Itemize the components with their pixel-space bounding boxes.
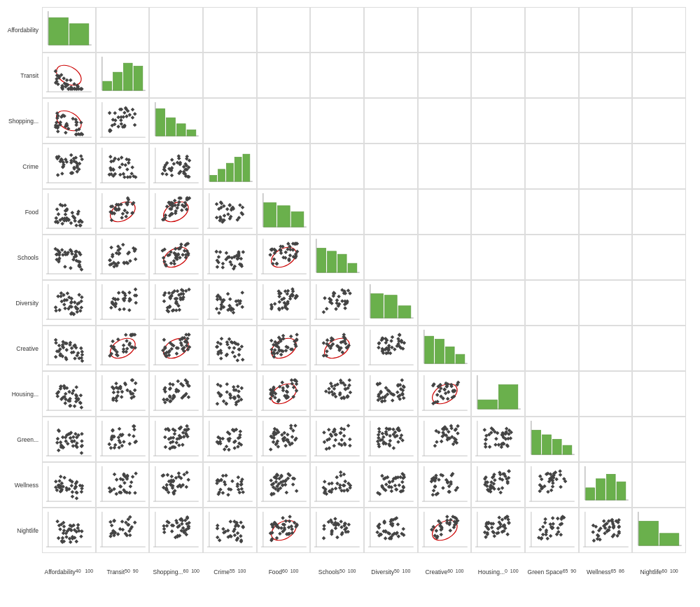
svg-rect-1727 xyxy=(130,480,134,484)
svg-rect-874 xyxy=(121,350,125,354)
cell-6-11 xyxy=(632,280,686,326)
svg-rect-764 xyxy=(286,289,290,293)
svg-rect-28 xyxy=(69,78,73,83)
svg-rect-970 xyxy=(284,349,288,353)
svg-rect-857 xyxy=(124,333,128,337)
svg-rect-1423 xyxy=(108,446,113,450)
svg-rect-977 xyxy=(289,335,293,339)
svg-rect-1134 xyxy=(111,391,115,395)
svg-rect-2110 xyxy=(133,521,137,525)
svg-rect-835 xyxy=(80,359,85,363)
cell-4-1 xyxy=(96,189,150,235)
svg-rect-1129 xyxy=(115,390,120,394)
svg-rect-2190 xyxy=(278,531,282,536)
cell-0-4 xyxy=(257,7,311,53)
svg-rect-1776 xyxy=(177,471,181,475)
svg-rect-1421 xyxy=(120,444,124,448)
svg-rect-2215 xyxy=(288,515,292,519)
svg-rect-251 xyxy=(55,216,59,221)
svg-rect-1066 xyxy=(456,354,465,363)
svg-rect-966 xyxy=(281,334,285,338)
svg-rect-1682 xyxy=(542,435,552,454)
svg-rect-250 xyxy=(74,223,78,228)
svg-rect-1821 xyxy=(226,493,230,497)
svg-rect-2175 xyxy=(216,536,220,540)
svg-rect-303 xyxy=(120,212,125,216)
cell-7-8 xyxy=(471,326,525,371)
svg-rect-2349 xyxy=(490,526,494,530)
svg-rect-244 xyxy=(226,163,233,181)
svg-rect-2161 xyxy=(239,520,243,524)
svg-rect-2242 xyxy=(323,524,327,528)
svg-rect-1433 xyxy=(177,443,181,447)
y-label-1: Transit xyxy=(0,53,41,98)
cell-0-0 xyxy=(42,7,96,53)
y-label-4: Food xyxy=(0,189,41,235)
svg-rect-2321 xyxy=(439,533,443,537)
cell-3-1 xyxy=(96,144,150,189)
svg-rect-1896 xyxy=(400,480,405,484)
svg-rect-1063 xyxy=(424,336,433,363)
svg-rect-1419 xyxy=(117,427,121,431)
svg-rect-1857 xyxy=(284,491,288,495)
chart-container: Affordability Transit Shopping... Crime … xyxy=(0,0,700,607)
svg-rect-194 xyxy=(125,167,130,172)
svg-rect-1764 xyxy=(185,485,189,489)
svg-rect-2332 xyxy=(507,521,512,525)
cell-1-2 xyxy=(149,53,203,98)
svg-rect-2290 xyxy=(397,534,401,538)
svg-rect-536 xyxy=(217,255,221,259)
svg-rect-1846 xyxy=(291,482,295,487)
svg-rect-2378 xyxy=(541,533,545,537)
svg-rect-781 xyxy=(335,307,339,312)
svg-rect-1261 xyxy=(328,386,332,391)
scatter-matrix xyxy=(42,7,686,553)
svg-rect-1737 xyxy=(128,484,132,489)
svg-rect-2049 xyxy=(64,535,69,539)
cell-10-9 xyxy=(525,462,579,508)
svg-rect-2288 xyxy=(375,530,379,534)
svg-rect-1869 xyxy=(342,473,346,477)
svg-rect-2440 xyxy=(639,522,659,546)
svg-rect-1606 xyxy=(388,439,393,443)
svg-rect-2428 xyxy=(602,519,606,524)
cell-9-7 xyxy=(418,417,472,462)
svg-rect-1414 xyxy=(111,428,115,433)
svg-rect-371 xyxy=(215,216,219,220)
svg-rect-2085 xyxy=(110,524,114,528)
svg-rect-1730 xyxy=(133,491,137,495)
cell-6-0 xyxy=(42,280,96,326)
svg-rect-1967 xyxy=(500,486,505,490)
svg-rect-136 xyxy=(79,154,83,158)
svg-rect-2388 xyxy=(538,528,542,532)
svg-rect-1033 xyxy=(389,339,393,343)
cell-6-6 xyxy=(364,280,418,326)
cell-0-3 xyxy=(203,7,257,53)
svg-rect-721 xyxy=(228,297,232,301)
cell-9-8 xyxy=(471,417,525,462)
svg-rect-609 xyxy=(78,309,83,313)
cell-4-5 xyxy=(310,189,364,235)
svg-rect-1887 xyxy=(344,480,348,484)
cell-4-2 xyxy=(149,189,203,235)
svg-rect-794 xyxy=(322,310,326,314)
svg-rect-2153 xyxy=(233,533,237,538)
svg-rect-245 xyxy=(234,158,241,182)
svg-rect-2176 xyxy=(216,524,220,528)
cell-5-4 xyxy=(257,235,311,280)
svg-rect-1752 xyxy=(122,481,127,485)
cell-10-7 xyxy=(418,462,472,508)
svg-rect-115 xyxy=(107,111,111,116)
svg-rect-1790 xyxy=(166,473,170,477)
svg-rect-1530 xyxy=(271,440,275,445)
svg-rect-78 xyxy=(64,131,68,135)
svg-rect-802 xyxy=(371,294,384,319)
svg-rect-157 xyxy=(80,158,84,162)
svg-rect-535 xyxy=(239,257,244,261)
svg-rect-1950 xyxy=(441,486,445,490)
cell-10-10 xyxy=(579,462,633,508)
cell-11-9 xyxy=(525,508,579,553)
svg-rect-1336 xyxy=(446,397,450,401)
svg-rect-1514 xyxy=(284,444,288,448)
svg-rect-424 xyxy=(69,266,73,270)
